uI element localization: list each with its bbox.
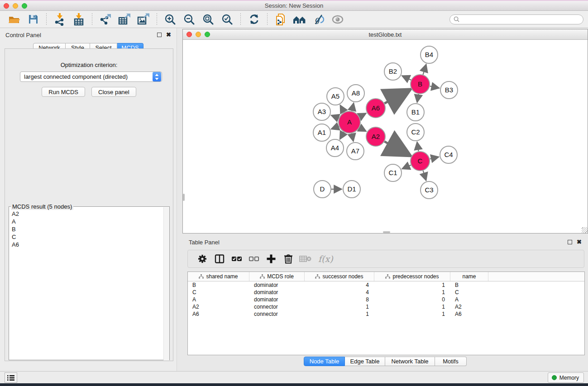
houses-button[interactable] [292,12,307,27]
tab-network-table[interactable]: Network Table [385,357,435,366]
copy-network-button[interactable] [273,12,288,27]
select-all-button[interactable] [230,253,243,265]
graph-edge-A-A2[interactable] [359,128,366,131]
select-all-icon [231,253,243,264]
graph-edge-A-A4[interactable] [340,132,344,139]
graph-edge-B-B1[interactable] [417,94,419,103]
import-network-button[interactable] [52,12,67,27]
houses-icon [293,14,306,25]
run-mcds-button[interactable]: Run MCDS [42,87,85,97]
table-cell: B [450,281,488,289]
zoom-out-button[interactable] [182,12,197,27]
search-field[interactable] [449,14,583,24]
table-row[interactable]: Adominator80A [188,296,584,303]
copy-network-icon [275,13,287,26]
table-cell: 8 [305,296,374,303]
refresh-button[interactable] [246,12,262,27]
tab-node-table[interactable]: Node Table [304,357,345,366]
add-column-button[interactable] [265,253,277,265]
table-row[interactable]: A6connector11A6 [188,310,584,318]
column-header-successor-nodes[interactable]: successor nodes [305,272,374,281]
graph-edge-A-A8[interactable] [352,103,354,111]
table-panel-header: Table Panel ✖ [182,236,588,248]
resize-grip[interactable] [582,227,588,233]
mcds-result-item[interactable]: C [12,233,163,241]
zoom-in-icon [164,14,176,25]
graph-edge-A6-B[interactable] [384,89,411,103]
graph-edge-C-C1[interactable] [402,165,411,169]
graph-edge-C-C4[interactable] [430,157,439,159]
close-panel-icon[interactable]: ✖ [166,33,171,37]
result-scrollbar[interactable] [163,207,169,360]
table-cell: A [188,296,249,303]
deselect-all-button[interactable] [248,253,260,265]
mcds-result-item[interactable]: A2 [12,210,163,218]
graph-edge-A-A7[interactable] [352,133,354,142]
column-header-predecessor-nodes[interactable]: predecessor nodes [374,272,450,281]
zoom-selected-button[interactable] [220,12,235,27]
export-image-icon [137,13,150,26]
show-column-panel-button[interactable] [213,253,226,265]
add-icon [266,253,277,264]
table-row[interactable]: Cdominator41C [188,289,584,296]
graph-edge-B-B2[interactable] [402,76,411,80]
zoom-fit-icon [202,14,214,25]
close-panel-icon[interactable]: ✖ [577,240,582,244]
column-header-name[interactable]: name [450,272,488,281]
column-type-icon [385,274,390,279]
graph-edge-C-C3[interactable] [423,171,426,181]
export-image-button[interactable] [136,12,151,27]
table-cell: C [450,289,488,296]
graph-edge-A-A3[interactable] [331,115,339,118]
table-row[interactable]: Bdominator41B [188,281,584,289]
mcds-result-item[interactable]: A6 [12,241,163,248]
criterion-dropdown[interactable]: largest connected component (directed) [20,71,162,82]
export-table-button[interactable] [117,12,132,27]
column-header-shared-name[interactable]: shared name [188,272,249,281]
vertical-scroll-thumb[interactable] [183,194,185,201]
zoom-fit-button[interactable] [201,12,216,27]
table-row[interactable]: A2connector11A2 [188,303,584,310]
status-bar: Memory [0,371,588,383]
graph-edge-B-B4[interactable] [423,64,426,75]
zoom-in-button[interactable] [163,12,178,27]
export-network-button[interactable] [98,12,113,27]
mcds-result-item[interactable]: A [12,218,163,225]
horizontal-scroll-thumb[interactable] [383,231,390,233]
graph-edge-A-A6[interactable] [359,113,366,117]
import-table-button[interactable] [71,12,86,27]
graph-edge-A2-C[interactable] [384,142,411,156]
eye-button[interactable] [330,12,345,27]
table-header-row: shared nameMCDS rolesuccessor nodesprede… [188,272,584,281]
memory-button[interactable]: Memory [548,372,584,383]
table-cell: 1 [374,289,450,296]
float-panel-icon[interactable] [568,240,572,244]
table-settings-button[interactable] [196,253,209,265]
table-cell: 1 [374,310,450,318]
network-canvas[interactable]: AA1A2A3A4A5A6A7A8BB1B2B3B4CC1C2C3C4DD1 [183,40,588,233]
gene-query-button[interactable]: g [311,12,326,27]
mcds-result-item[interactable]: B [12,225,163,233]
graph-node-label: C [418,157,423,165]
tab-motifs[interactable]: Motifs [435,357,467,366]
close-panel-button[interactable]: Close panel [91,87,136,97]
control-panel: Control Panel ✖ NetworkStyleSelectMCDS O… [0,28,177,371]
delete-column-button[interactable] [282,253,295,265]
tab-edge-table[interactable]: Edge Table [345,357,385,366]
graph-edge-B-B3[interactable] [430,86,440,88]
graph-node-label: A5 [331,92,339,100]
show-panels-button[interactable] [5,372,17,383]
save-session-button[interactable] [25,12,41,27]
zoom-selected-icon [221,14,233,25]
table-body: Bdominator41BCdominator41CAdominator80AA… [188,281,584,318]
graph-edge-C-C2[interactable] [417,142,418,152]
graph-edge-A-A1[interactable] [331,126,339,129]
table-cell: 4 [305,289,374,296]
graph-edge-A-A5[interactable] [340,105,344,112]
open-file-button[interactable] [6,12,22,27]
search-input[interactable] [459,16,579,23]
function-builder-button: f(x) [318,254,333,264]
float-panel-icon[interactable] [157,33,162,37]
table-cell: 1 [374,281,450,289]
column-header-MCDS-role[interactable]: MCDS role [249,272,305,281]
